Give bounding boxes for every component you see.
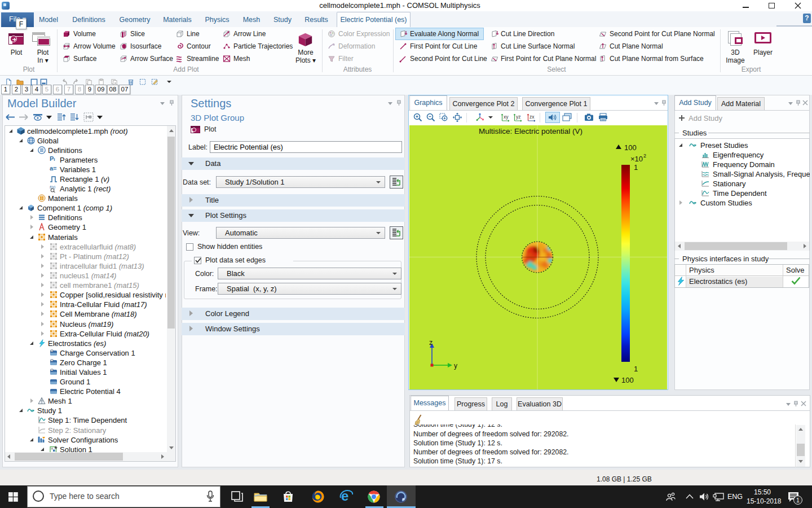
svg-text:100: 100 [624,143,637,152]
svg-text:xy: xy [504,114,509,120]
svg-text:1: 1 [634,365,638,373]
svg-text:z: z [429,339,433,347]
svg-text:100: 100 [621,376,634,384]
svg-text:Multislice: Electric potential: Multislice: Electric potential (V) [479,127,582,135]
svg-text:1: 1 [634,163,638,172]
svg-text:yz: yz [516,114,521,120]
svg-text:f(x): f(x) [50,185,55,190]
svg-text:y: y [454,362,457,370]
svg-text:×10: ×10 [630,155,643,163]
svg-text:zx: zx [529,114,535,120]
svg-text:2: 2 [643,153,646,159]
